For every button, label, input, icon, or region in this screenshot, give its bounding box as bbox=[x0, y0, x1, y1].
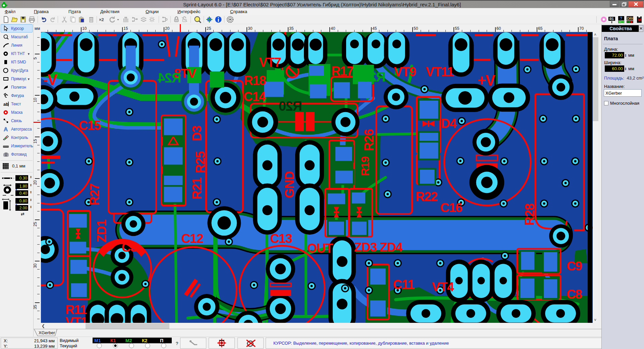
svg-text:+V: +V bbox=[477, 72, 495, 89]
svg-text:R17: R17 bbox=[331, 64, 353, 78]
svg-text:-V: -V bbox=[43, 71, 57, 88]
svg-text:C12: C12 bbox=[181, 232, 203, 246]
svg-text:R1: R1 bbox=[609, 17, 614, 21]
svg-text:R28: R28 bbox=[523, 204, 537, 226]
svg-text:R19: R19 bbox=[359, 156, 371, 176]
svg-text:OUT: OUT bbox=[307, 241, 333, 255]
svg-text:D3: D3 bbox=[190, 126, 204, 141]
svg-text:VT7: VT7 bbox=[259, 55, 281, 69]
svg-text:DRC: DRC bbox=[627, 16, 634, 20]
svg-text:M: M bbox=[638, 18, 641, 22]
svg-text:C11: C11 bbox=[393, 278, 415, 292]
svg-text:A: A bbox=[4, 126, 8, 133]
svg-text:R26: R26 bbox=[362, 129, 376, 151]
svg-text:?: ? bbox=[620, 16, 622, 21]
svg-text:×2: ×2 bbox=[99, 17, 104, 22]
svg-text:R24: R24 bbox=[158, 70, 181, 85]
svg-text:VT4: VT4 bbox=[432, 280, 454, 294]
svg-text:R21: R21 bbox=[190, 177, 204, 199]
svg-text:ZD3 ZD4: ZD3 ZD4 bbox=[354, 240, 403, 254]
svg-text:R18: R18 bbox=[244, 73, 266, 88]
svg-text:C16: C16 bbox=[440, 201, 462, 215]
svg-text:C13: C13 bbox=[270, 232, 292, 246]
svg-text:C14: C14 bbox=[244, 90, 266, 104]
svg-text:ab: ab bbox=[3, 102, 8, 107]
svg-text:ZD1: ZD1 bbox=[95, 219, 109, 243]
svg-text:R27: R27 bbox=[88, 184, 102, 205]
svg-text:D4: D4 bbox=[441, 116, 457, 131]
svg-text:VT9: VT9 bbox=[394, 65, 416, 79]
svg-text:C15: C15 bbox=[79, 118, 101, 133]
svg-text:GND: GND bbox=[282, 171, 297, 198]
svg-text:VT11: VT11 bbox=[426, 65, 454, 79]
svg-text:C3: C3 bbox=[122, 240, 137, 254]
svg-text:R20: R20 bbox=[279, 99, 302, 113]
svg-text:R25: R25 bbox=[193, 151, 207, 173]
svg-text:VT1: VT1 bbox=[65, 315, 88, 323]
svg-text:C8: C8 bbox=[567, 287, 582, 301]
svg-text:R23: R23 bbox=[363, 69, 386, 84]
svg-text:R22: R22 bbox=[416, 190, 437, 204]
svg-text:C9: C9 bbox=[567, 259, 582, 273]
